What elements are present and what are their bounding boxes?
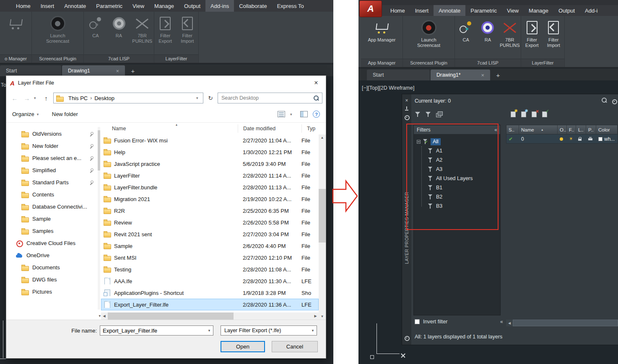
- column-on[interactable]: O..: [558, 125, 567, 134]
- ribbon-tab[interactable]: Annotate: [59, 0, 91, 12]
- file-tab-drawing1[interactable]: Drawing1: [62, 65, 125, 76]
- filter-tree-root[interactable]: All: [417, 137, 500, 146]
- dialog-title-bar[interactable]: Layer Filter File: [6, 76, 326, 90]
- column-freeze[interactable]: F..: [567, 125, 576, 134]
- filter-tree-item[interactable]: All Used Layers: [417, 174, 500, 183]
- purlins-button[interactable]: 7BR PURLINS: [130, 14, 154, 44]
- new-layer-icon[interactable]: [510, 110, 517, 117]
- layer-lock-cell[interactable]: [576, 137, 586, 141]
- column-color[interactable]: Color: [596, 125, 618, 134]
- file-row[interactable]: Testing 2/28/2020 11:08 A... File: [101, 263, 319, 275]
- viewport-controls-label[interactable]: [−][Top][2D Wireframe]: [362, 85, 414, 91]
- delete-layer-icon[interactable]: [531, 110, 538, 117]
- combo-dropdown-icon[interactable]: [205, 326, 213, 335]
- column-status[interactable]: S..: [506, 125, 519, 134]
- layer-color-cell[interactable]: wh...: [596, 136, 618, 142]
- filter-tree-item[interactable]: A2: [417, 155, 500, 165]
- scrollbar-thumb[interactable]: [513, 320, 618, 326]
- invert-filter-checkbox[interactable]: [415, 319, 420, 324]
- sidebar-folder-item[interactable]: OldVersions: [6, 128, 101, 140]
- scrollbar-thumb[interactable]: [319, 189, 326, 243]
- ribbon-tab[interactable]: Insert: [36, 0, 60, 12]
- file-row[interactable]: Revit 2021 sent 2/27/2020 3:04 PM File: [101, 228, 319, 240]
- file-row[interactable]: AAA.lfe 2/28/2020 11:30 A... LFE: [101, 275, 319, 287]
- column-header-type[interactable]: Typ: [301, 124, 326, 133]
- list-horizontal-scrollbar[interactable]: [101, 312, 319, 320]
- address-dropdown-icon[interactable]: [196, 96, 201, 100]
- ribbon-tab[interactable]: View: [502, 5, 524, 16]
- app-manager-button[interactable]: App Manager: [361, 18, 402, 43]
- ribbon-tab[interactable]: Add-i: [580, 5, 602, 16]
- refresh-button[interactable]: [205, 93, 216, 103]
- filter-export-button[interactable]: Filter Export: [521, 18, 543, 48]
- file-row[interactable]: R2R 2/25/2020 6:35 PM File: [101, 205, 319, 217]
- sidebar-folder-item[interactable]: Simplified: [6, 164, 101, 176]
- scrollbar-thumb[interactable]: [108, 312, 234, 320]
- close-tab-icon[interactable]: [481, 72, 484, 78]
- ra-button[interactable]: RA: [107, 14, 131, 39]
- file-row[interactable]: Help 1/30/2020 12:21 PM File: [101, 146, 319, 158]
- layer-freeze-cell[interactable]: [567, 136, 576, 142]
- new-folder-button[interactable]: New folder: [52, 111, 78, 117]
- sidebar-folder-item[interactable]: OneDrive: [6, 249, 101, 261]
- column-plot[interactable]: P..: [586, 125, 596, 134]
- ribbon-tab[interactable]: Home: [11, 0, 36, 12]
- search-layer-icon[interactable]: [601, 97, 607, 103]
- ribbon-tab[interactable]: Output: [179, 0, 205, 12]
- file-row[interactable]: Sent MSI 2/27/2020 12:10 PM File: [101, 252, 319, 263]
- new-tab-button[interactable]: +: [493, 70, 503, 80]
- up-button[interactable]: [41, 93, 51, 103]
- ribbon-tab[interactable]: Parametric: [465, 5, 502, 16]
- organize-menu[interactable]: Organize: [12, 111, 42, 117]
- file-row[interactable]: LayerFilter.bundle 2/28/2020 11:13 A... …: [101, 181, 319, 193]
- new-property-filter-icon[interactable]: [415, 111, 421, 118]
- sidebar-folder-item[interactable]: Contents: [6, 188, 101, 201]
- close-dialog-button[interactable]: [306, 76, 326, 90]
- filter-tree-item[interactable]: B1: [417, 183, 500, 192]
- sidebar-folder-item[interactable]: Please select an e...: [6, 152, 101, 164]
- breadcrumb-this-pc[interactable]: This PC: [66, 95, 90, 101]
- filter-tree-item[interactable]: B3: [417, 201, 500, 211]
- close-palette-icon[interactable]: [404, 98, 410, 103]
- cancel-button[interactable]: Cancel: [272, 341, 318, 352]
- breadcrumb-desktop[interactable]: Desktop: [92, 95, 117, 101]
- preview-pane-icon[interactable]: [300, 111, 308, 117]
- sidebar-folder-item[interactable]: Samples: [6, 225, 101, 237]
- sidebar-folder-item[interactable]: Documents: [6, 261, 101, 274]
- file-row[interactable]: ApplicationPlugins - Shortcut 1/9/2018 3…: [101, 287, 319, 299]
- scroll-left-icon[interactable]: [101, 312, 107, 320]
- set-current-layer-icon[interactable]: [541, 110, 548, 117]
- ribbon-tab[interactable]: View: [127, 0, 149, 12]
- new-tab-button[interactable]: +: [128, 66, 138, 75]
- palette-settings-icon[interactable]: [404, 335, 410, 341]
- layer-list-scrollbar[interactable]: [506, 320, 618, 326]
- file-row[interactable]: Fusion Error- WIX msi 2/27/2020 11:04 A.…: [101, 134, 319, 146]
- filter-import-button[interactable]: Filter Import: [543, 18, 565, 48]
- ca-button[interactable]: CA: [455, 18, 477, 43]
- ribbon-tab[interactable]: Parametric: [91, 0, 127, 12]
- view-dropdown-icon[interactable]: [290, 112, 295, 116]
- launch-screencast-button[interactable]: Launch Screencast: [32, 14, 83, 44]
- sidebar-folder-item[interactable]: Pictures: [6, 286, 101, 298]
- scroll-right-icon[interactable]: [312, 312, 319, 320]
- open-button[interactable]: Open: [221, 341, 265, 352]
- layer-settings-icon[interactable]: [611, 98, 617, 104]
- file-row[interactable]: Review 2/26/2020 5:58 PM File: [101, 217, 319, 228]
- scroll-left-icon[interactable]: [506, 320, 513, 326]
- ribbon-tab[interactable]: Output: [553, 5, 580, 16]
- tree-collapse-icon[interactable]: [417, 140, 421, 144]
- file-row[interactable]: JavaScript practice 5/6/2019 3:40 PM Fil…: [101, 158, 319, 170]
- sidebar-folder-item[interactable]: New folder: [6, 140, 101, 152]
- sidebar-folder-item[interactable]: DWG files: [6, 274, 101, 286]
- file-tab-drawing1[interactable]: Drawing1*: [431, 70, 490, 80]
- new-group-filter-icon[interactable]: [425, 111, 432, 118]
- ribbon-tab[interactable]: Collaborate: [234, 0, 272, 12]
- collapse-pane-icon[interactable]: [500, 319, 503, 325]
- new-layer-vp-frozen-icon[interactable]: [520, 110, 527, 117]
- filter-tree-item[interactable]: B2: [417, 192, 500, 201]
- help-icon[interactable]: [313, 111, 320, 118]
- filter-import-button[interactable]: Filter Import: [177, 14, 199, 44]
- app-manager-button[interactable]: [0, 14, 31, 33]
- sidebar-scrollbar[interactable]: [98, 127, 100, 310]
- filter-tree-item[interactable]: A3: [417, 165, 500, 174]
